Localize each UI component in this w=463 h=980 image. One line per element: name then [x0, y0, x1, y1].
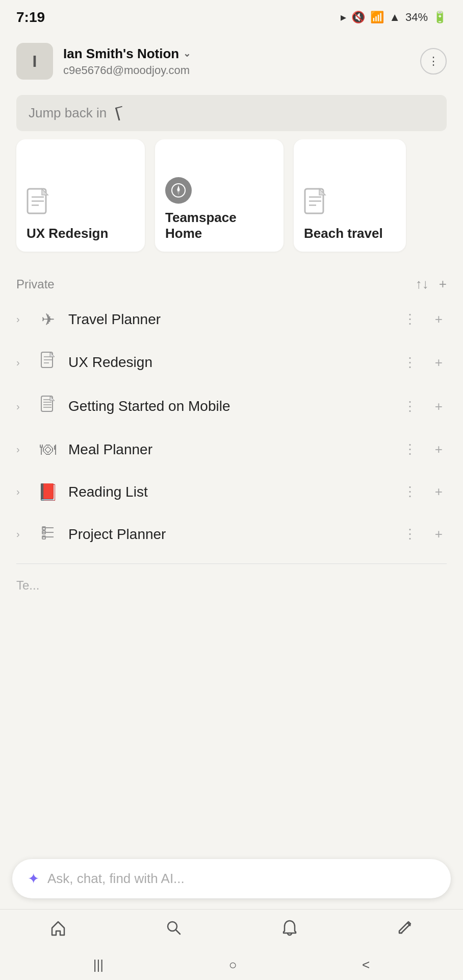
- list-item-meal-planner[interactable]: › 🍽 Meal Planner ⋮ +: [0, 428, 463, 471]
- sort-icon[interactable]: ↑↓: [416, 276, 429, 292]
- document-icon-beach: [304, 188, 396, 219]
- bluetooth-icon: ▸: [341, 11, 346, 24]
- item-label-getting-started: Getting Started on Mobile: [68, 398, 399, 414]
- private-list: › ✈ Travel Planner ⋮ + › UX Redesign ⋮ +…: [0, 298, 463, 555]
- status-bar: 7:19 ▸ 🔇 📶 ▲ 34% 🔋: [0, 0, 463, 31]
- item-actions: ⋮ +: [399, 353, 447, 373]
- nav-home[interactable]: [49, 919, 67, 941]
- item-actions: ⋮ +: [399, 482, 447, 502]
- item-more-button[interactable]: ⋮: [399, 482, 421, 502]
- private-section-title: Private: [16, 277, 55, 291]
- ai-input[interactable]: Ask, chat, find with AI...: [47, 871, 435, 887]
- item-add-button[interactable]: +: [431, 439, 447, 459]
- nav-compose[interactable]: [396, 919, 415, 941]
- item-label-project-planner: Project Planner: [68, 526, 399, 543]
- expand-icon[interactable]: ›: [16, 486, 29, 498]
- document-icon: [38, 352, 58, 373]
- document-lines-icon: [38, 396, 58, 417]
- ai-sparkle-icon: ✦: [28, 870, 39, 887]
- plane-icon: ✈: [38, 310, 58, 329]
- item-label-reading-list: Reading List: [68, 484, 399, 500]
- recents-button[interactable]: |||: [93, 957, 104, 973]
- ai-bar[interactable]: ✦ Ask, chat, find with AI...: [12, 859, 451, 898]
- item-add-button[interactable]: +: [431, 309, 447, 329]
- jump-back-bar[interactable]: Jump back in: [16, 95, 447, 131]
- item-actions: ⋮ +: [399, 397, 447, 416]
- svg-point-7: [177, 189, 179, 191]
- book-icon: 📕: [38, 482, 58, 502]
- expand-icon[interactable]: ›: [16, 401, 29, 412]
- item-label-meal-planner: Meal Planner: [68, 442, 399, 458]
- item-actions: ⋮ +: [399, 439, 447, 459]
- item-add-button[interactable]: +: [431, 482, 447, 502]
- cursor-icon: [115, 106, 125, 120]
- nav-notifications[interactable]: [280, 919, 299, 941]
- account-email: c9e5676d@moodjoy.com: [63, 64, 191, 77]
- account-header: I Ian Smith's Notion ⌄ c9e5676d@moodjoy.…: [0, 31, 463, 90]
- checklist-icon: [38, 525, 58, 544]
- list-item-project-planner[interactable]: › Project Planner ⋮ +: [0, 513, 463, 555]
- item-add-button[interactable]: +: [431, 353, 447, 373]
- system-nav: ||| ○ <: [0, 949, 463, 980]
- wifi-icon: 📶: [370, 11, 384, 24]
- section-divider: [16, 564, 447, 564]
- compass-icon: [165, 177, 192, 204]
- item-more-button[interactable]: ⋮: [399, 309, 421, 329]
- teamspace-section-peek: Te...: [0, 572, 463, 593]
- status-time: 7:19: [16, 9, 45, 26]
- svg-line-31: [175, 930, 180, 935]
- battery-icon: 🔋: [433, 11, 447, 24]
- item-actions: ⋮ +: [399, 524, 447, 544]
- back-button[interactable]: <: [362, 957, 370, 973]
- item-add-button[interactable]: +: [431, 524, 447, 544]
- expand-icon[interactable]: ›: [16, 313, 29, 325]
- account-chevron-icon: ⌄: [183, 48, 191, 59]
- account-name[interactable]: Ian Smith's Notion ⌄: [63, 46, 191, 62]
- item-more-button[interactable]: ⋮: [399, 439, 421, 459]
- ai-bar-container: ✦ Ask, chat, find with AI...: [0, 859, 463, 898]
- more-options-button[interactable]: ⋮: [420, 48, 447, 75]
- list-item-getting-started[interactable]: › Getting Started on Mobile ⋮ +: [0, 384, 463, 428]
- recent-card-beach-travel[interactable]: Beach travel: [294, 139, 406, 252]
- list-item-travel-planner[interactable]: › ✈ Travel Planner ⋮ +: [0, 298, 463, 340]
- item-add-button[interactable]: +: [431, 397, 447, 416]
- card-title-beach-travel: Beach travel: [304, 226, 396, 241]
- meal-icon: 🍽: [38, 440, 58, 459]
- expand-icon[interactable]: ›: [16, 357, 29, 369]
- document-icon: [27, 188, 135, 219]
- recent-cards-container: UX Redesign Teamspace Home Beac: [0, 139, 463, 268]
- account-left: I Ian Smith's Notion ⌄ c9e5676d@moodjoy.…: [16, 43, 191, 80]
- list-item-reading-list[interactable]: › 📕 Reading List ⋮ +: [0, 471, 463, 513]
- item-more-button[interactable]: ⋮: [399, 524, 421, 544]
- recent-card-teamspace-home[interactable]: Teamspace Home: [155, 139, 284, 252]
- item-more-button[interactable]: ⋮: [399, 353, 421, 373]
- recent-card-ux-redesign[interactable]: UX Redesign: [16, 139, 145, 252]
- mute-icon: 🔇: [351, 11, 365, 24]
- expand-icon[interactable]: ›: [16, 528, 29, 540]
- section-actions: ↑↓ +: [416, 276, 447, 292]
- search-icon: [165, 919, 183, 941]
- item-label-travel-planner: Travel Planner: [68, 311, 399, 328]
- private-section-header: Private ↑↓ +: [0, 268, 463, 298]
- avatar[interactable]: I: [16, 43, 53, 80]
- battery-percent: 34%: [405, 11, 428, 24]
- card-title-ux-redesign: UX Redesign: [27, 226, 135, 241]
- home-button[interactable]: ○: [229, 957, 237, 973]
- signal-icon: ▲: [389, 11, 400, 24]
- card-title-teamspace: Teamspace Home: [165, 210, 273, 241]
- bottom-nav: [0, 909, 463, 949]
- jump-back-text: Jump back in: [29, 105, 107, 121]
- home-icon: [49, 919, 67, 941]
- edit-icon: [396, 919, 415, 941]
- jump-back-section: Jump back in: [0, 90, 463, 139]
- bell-icon: [280, 919, 299, 941]
- status-icons: ▸ 🔇 📶 ▲ 34% 🔋: [341, 11, 447, 24]
- item-more-button[interactable]: ⋮: [399, 397, 421, 416]
- account-info: Ian Smith's Notion ⌄ c9e5676d@moodjoy.co…: [63, 46, 191, 77]
- expand-icon[interactable]: ›: [16, 444, 29, 455]
- list-item-ux-redesign[interactable]: › UX Redesign ⋮ +: [0, 340, 463, 384]
- nav-search[interactable]: [165, 919, 183, 941]
- item-label-ux-redesign: UX Redesign: [68, 354, 399, 371]
- item-actions: ⋮ +: [399, 309, 447, 329]
- add-page-button[interactable]: +: [439, 276, 447, 292]
